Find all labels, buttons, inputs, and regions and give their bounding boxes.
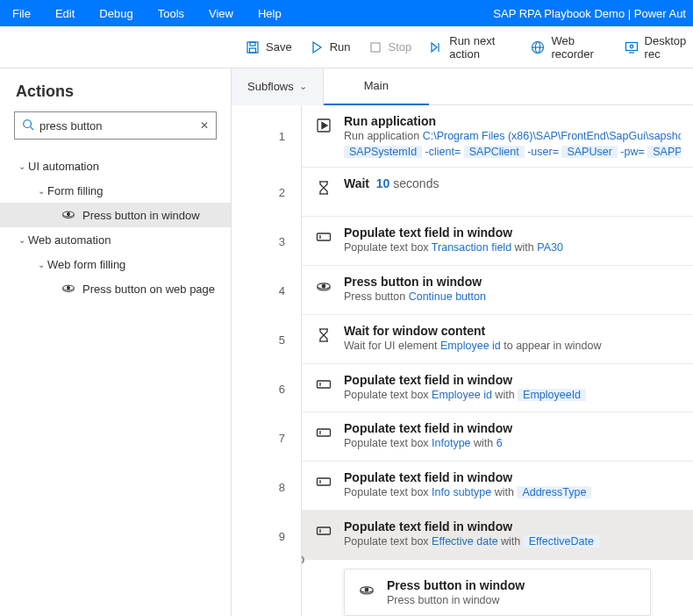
step-text: Populate text field in windowPopulate te… — [344, 421, 681, 449]
menu-file[interactable]: File — [0, 7, 43, 20]
run-next-label: Run next action — [449, 34, 513, 61]
step-title: Press button in window — [344, 275, 681, 289]
step-title: Wait for window content — [344, 324, 681, 338]
tree-ui-automation[interactable]: ⌄ UI automation — [0, 154, 231, 178]
chevron-down-icon: ⌄ — [299, 81, 307, 92]
flow-step[interactable]: Wait for window contentWait for UI eleme… — [302, 315, 693, 364]
save-label: Save — [266, 40, 292, 54]
web-recorder-label: Web recorder — [551, 34, 606, 61]
step-text: Wait 10 seconds — [344, 176, 681, 190]
run-button[interactable]: Run — [310, 40, 351, 54]
desktop-recorder-label: Desktop rec — [645, 34, 693, 61]
tab-main[interactable]: Main — [324, 68, 429, 105]
step-text: Populate text field in windowPopulate te… — [344, 470, 681, 498]
svg-marker-3 — [313, 42, 321, 53]
play-icon — [310, 40, 324, 54]
save-button[interactable]: Save — [246, 40, 292, 54]
stop-label: Stop — [389, 40, 412, 54]
window-title: SAP RPA Playbook Demo | Power Aut — [493, 7, 693, 20]
run-label: Run — [330, 40, 351, 54]
tree-web-automation[interactable]: ⌄ Web automation — [0, 227, 231, 252]
svg-rect-2 — [250, 48, 256, 53]
tree-press-button-window[interactable]: Press button in window — [0, 203, 231, 227]
globe-icon — [531, 40, 545, 54]
press-icon — [314, 276, 333, 296]
subflows-label: Subflows — [247, 80, 294, 93]
step-title: Populate text field in window — [344, 421, 681, 435]
step-description: Press button Continue button — [344, 290, 681, 303]
dragged-action-card[interactable]: Press button in windowPress button in wi… — [344, 569, 651, 616]
subflows-dropdown[interactable]: Subflows ⌄ — [232, 68, 324, 105]
actions-tree: ⌄ UI automation ⌄ Form filling Press but… — [0, 148, 231, 301]
flow-step[interactable]: Populate text field in windowPopulate te… — [302, 364, 693, 413]
tree-label: Press button on web page — [82, 283, 215, 296]
press-icon — [61, 282, 75, 297]
flow-step[interactable]: Run applicationRun application C:\Progra… — [302, 105, 693, 168]
search-icon — [22, 118, 34, 133]
line-number: 6 — [232, 364, 301, 413]
actions-sidebar: Actions ✕ ⌄ UI automation ⌄ Form filling — [0, 68, 232, 616]
textfield-icon — [314, 227, 333, 247]
press-icon — [357, 580, 376, 599]
textfield-icon — [314, 472, 333, 491]
menu-help[interactable]: Help — [246, 7, 294, 20]
tree-label: Web automation — [28, 233, 111, 247]
actions-search[interactable]: ✕ — [14, 111, 217, 140]
textfield-icon — [314, 521, 333, 541]
step-text: Populate text field in windowPopulate te… — [344, 226, 681, 254]
svg-rect-34 — [318, 429, 331, 436]
sidebar-title: Actions — [0, 68, 231, 111]
toolbar: Save Run Stop Run next action Web record… — [0, 26, 693, 68]
svg-rect-1 — [250, 42, 255, 46]
tree-press-button-web[interactable]: Press button on web page — [0, 276, 231, 301]
tree-label: UI automation — [28, 160, 99, 173]
svg-point-29 — [322, 284, 325, 288]
svg-point-13 — [24, 119, 32, 127]
step-text: Populate text field in windowPopulate te… — [344, 519, 681, 548]
line-number: 9 — [232, 512, 301, 561]
run-next-button[interactable]: Run next action — [429, 34, 513, 61]
clear-search-icon[interactable]: ✕ — [200, 119, 209, 132]
step-title: Populate text field in window — [344, 470, 681, 484]
tree-web-form-filling[interactable]: ⌄ Web form filling — [0, 252, 231, 276]
textfield-icon — [314, 423, 333, 442]
flow-step[interactable]: Populate text field in windowPopulate te… — [302, 217, 693, 266]
svg-point-42 — [365, 588, 368, 591]
tree-form-filling[interactable]: ⌄ Form filling — [0, 178, 231, 203]
stop-button[interactable]: Stop — [368, 40, 412, 54]
step-icon — [429, 40, 443, 54]
flow-step[interactable]: Press button in windowPress button Conti… — [302, 266, 693, 315]
search-input[interactable] — [39, 119, 200, 133]
stop-icon — [368, 40, 382, 54]
textfield-icon — [314, 375, 333, 394]
monitor-icon — [625, 40, 639, 54]
svg-rect-0 — [247, 42, 258, 53]
chevron-down-icon: ⌄ — [16, 161, 28, 171]
chevron-down-icon: ⌄ — [35, 260, 47, 269]
step-description: Wait for UI element Employee id to appea… — [344, 340, 681, 352]
svg-marker-5 — [432, 43, 437, 52]
flow-step[interactable]: Wait 10 seconds — [302, 168, 693, 217]
flow-step[interactable]: Populate text field in windowPopulate te… — [302, 462, 693, 511]
step-description: Populate text box Effective date with Ef… — [344, 535, 681, 548]
hourglass-icon — [314, 326, 333, 345]
flow-steps: Run applicationRun application C:\Progra… — [302, 105, 693, 616]
menu-debug[interactable]: Debug — [87, 7, 145, 20]
svg-rect-36 — [318, 478, 331, 485]
tree-label: Form filling — [47, 184, 104, 197]
tree-label: Web form filling — [47, 258, 125, 271]
menu-tools[interactable]: Tools — [146, 7, 196, 20]
step-description: Run application C:\Program Files (x86)\S… — [344, 130, 681, 142]
svg-rect-38 — [318, 527, 331, 534]
save-icon — [246, 40, 260, 54]
svg-marker-22 — [322, 123, 327, 129]
menu-view[interactable]: View — [196, 7, 246, 20]
menubar: File Edit Debug Tools View Help SAP RPA … — [0, 0, 693, 26]
step-description: Populate text box Transaction field with… — [344, 241, 681, 254]
flow-step[interactable]: Populate text field in windowPopulate te… — [302, 511, 693, 560]
line-number: 2 — [232, 168, 301, 217]
web-recorder-button[interactable]: Web recorder — [531, 34, 606, 61]
menu-edit[interactable]: Edit — [43, 7, 87, 20]
desktop-recorder-button[interactable]: Desktop rec — [625, 34, 693, 61]
flow-step[interactable]: Populate text field in windowPopulate te… — [302, 412, 693, 462]
